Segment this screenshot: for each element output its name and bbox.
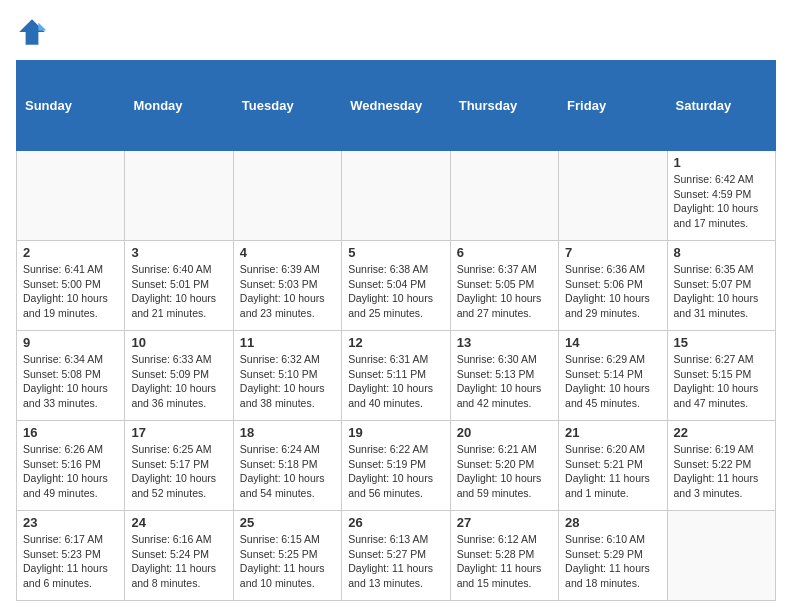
day-info: Sunrise: 6:22 AM Sunset: 5:19 PM Dayligh… xyxy=(348,442,443,501)
calendar-cell: 1Sunrise: 6:42 AM Sunset: 4:59 PM Daylig… xyxy=(667,151,775,241)
day-info: Sunrise: 6:40 AM Sunset: 5:01 PM Dayligh… xyxy=(131,262,226,321)
day-info: Sunrise: 6:29 AM Sunset: 5:14 PM Dayligh… xyxy=(565,352,660,411)
day-number: 22 xyxy=(674,425,769,440)
calendar-cell: 21Sunrise: 6:20 AM Sunset: 5:21 PM Dayli… xyxy=(559,421,667,511)
calendar-cell xyxy=(667,511,775,601)
day-number: 3 xyxy=(131,245,226,260)
calendar-cell: 12Sunrise: 6:31 AM Sunset: 5:11 PM Dayli… xyxy=(342,331,450,421)
day-info: Sunrise: 6:27 AM Sunset: 5:15 PM Dayligh… xyxy=(674,352,769,411)
calendar-cell: 10Sunrise: 6:33 AM Sunset: 5:09 PM Dayli… xyxy=(125,331,233,421)
day-info: Sunrise: 6:33 AM Sunset: 5:09 PM Dayligh… xyxy=(131,352,226,411)
calendar-week-row: 1Sunrise: 6:42 AM Sunset: 4:59 PM Daylig… xyxy=(17,151,776,241)
calendar-cell: 27Sunrise: 6:12 AM Sunset: 5:28 PM Dayli… xyxy=(450,511,558,601)
day-info: Sunrise: 6:34 AM Sunset: 5:08 PM Dayligh… xyxy=(23,352,118,411)
day-info: Sunrise: 6:36 AM Sunset: 5:06 PM Dayligh… xyxy=(565,262,660,321)
weekday-header: Tuesday xyxy=(233,61,341,151)
calendar-cell: 9Sunrise: 6:34 AM Sunset: 5:08 PM Daylig… xyxy=(17,331,125,421)
logo-icon xyxy=(16,16,48,48)
calendar-header-row: SundayMondayTuesdayWednesdayThursdayFrid… xyxy=(17,61,776,151)
day-number: 17 xyxy=(131,425,226,440)
day-info: Sunrise: 6:31 AM Sunset: 5:11 PM Dayligh… xyxy=(348,352,443,411)
day-info: Sunrise: 6:20 AM Sunset: 5:21 PM Dayligh… xyxy=(565,442,660,501)
calendar-week-row: 23Sunrise: 6:17 AM Sunset: 5:23 PM Dayli… xyxy=(17,511,776,601)
calendar-cell: 20Sunrise: 6:21 AM Sunset: 5:20 PM Dayli… xyxy=(450,421,558,511)
calendar-week-row: 16Sunrise: 6:26 AM Sunset: 5:16 PM Dayli… xyxy=(17,421,776,511)
day-number: 9 xyxy=(23,335,118,350)
day-info: Sunrise: 6:24 AM Sunset: 5:18 PM Dayligh… xyxy=(240,442,335,501)
calendar-table: SundayMondayTuesdayWednesdayThursdayFrid… xyxy=(16,60,776,601)
calendar-cell: 14Sunrise: 6:29 AM Sunset: 5:14 PM Dayli… xyxy=(559,331,667,421)
calendar-cell xyxy=(559,151,667,241)
day-info: Sunrise: 6:38 AM Sunset: 5:04 PM Dayligh… xyxy=(348,262,443,321)
calendar-cell: 18Sunrise: 6:24 AM Sunset: 5:18 PM Dayli… xyxy=(233,421,341,511)
calendar-cell: 11Sunrise: 6:32 AM Sunset: 5:10 PM Dayli… xyxy=(233,331,341,421)
calendar-cell: 6Sunrise: 6:37 AM Sunset: 5:05 PM Daylig… xyxy=(450,241,558,331)
day-number: 25 xyxy=(240,515,335,530)
calendar-cell: 23Sunrise: 6:17 AM Sunset: 5:23 PM Dayli… xyxy=(17,511,125,601)
calendar-cell: 3Sunrise: 6:40 AM Sunset: 5:01 PM Daylig… xyxy=(125,241,233,331)
calendar-cell: 26Sunrise: 6:13 AM Sunset: 5:27 PM Dayli… xyxy=(342,511,450,601)
day-info: Sunrise: 6:12 AM Sunset: 5:28 PM Dayligh… xyxy=(457,532,552,591)
weekday-header: Monday xyxy=(125,61,233,151)
day-number: 6 xyxy=(457,245,552,260)
calendar-cell: 16Sunrise: 6:26 AM Sunset: 5:16 PM Dayli… xyxy=(17,421,125,511)
weekday-header: Sunday xyxy=(17,61,125,151)
day-info: Sunrise: 6:15 AM Sunset: 5:25 PM Dayligh… xyxy=(240,532,335,591)
weekday-header: Thursday xyxy=(450,61,558,151)
weekday-header: Friday xyxy=(559,61,667,151)
calendar-cell: 4Sunrise: 6:39 AM Sunset: 5:03 PM Daylig… xyxy=(233,241,341,331)
day-info: Sunrise: 6:17 AM Sunset: 5:23 PM Dayligh… xyxy=(23,532,118,591)
calendar-cell xyxy=(17,151,125,241)
day-number: 23 xyxy=(23,515,118,530)
day-number: 19 xyxy=(348,425,443,440)
day-number: 5 xyxy=(348,245,443,260)
calendar-cell xyxy=(450,151,558,241)
day-info: Sunrise: 6:37 AM Sunset: 5:05 PM Dayligh… xyxy=(457,262,552,321)
calendar-cell xyxy=(342,151,450,241)
logo xyxy=(16,16,52,48)
calendar-cell: 17Sunrise: 6:25 AM Sunset: 5:17 PM Dayli… xyxy=(125,421,233,511)
day-number: 24 xyxy=(131,515,226,530)
day-info: Sunrise: 6:16 AM Sunset: 5:24 PM Dayligh… xyxy=(131,532,226,591)
calendar-cell: 22Sunrise: 6:19 AM Sunset: 5:22 PM Dayli… xyxy=(667,421,775,511)
calendar-week-row: 2Sunrise: 6:41 AM Sunset: 5:00 PM Daylig… xyxy=(17,241,776,331)
day-number: 21 xyxy=(565,425,660,440)
weekday-header: Wednesday xyxy=(342,61,450,151)
calendar-cell xyxy=(233,151,341,241)
calendar-cell: 25Sunrise: 6:15 AM Sunset: 5:25 PM Dayli… xyxy=(233,511,341,601)
day-number: 26 xyxy=(348,515,443,530)
calendar-cell: 8Sunrise: 6:35 AM Sunset: 5:07 PM Daylig… xyxy=(667,241,775,331)
day-number: 2 xyxy=(23,245,118,260)
day-info: Sunrise: 6:39 AM Sunset: 5:03 PM Dayligh… xyxy=(240,262,335,321)
day-number: 8 xyxy=(674,245,769,260)
day-number: 28 xyxy=(565,515,660,530)
calendar-cell: 5Sunrise: 6:38 AM Sunset: 5:04 PM Daylig… xyxy=(342,241,450,331)
day-number: 20 xyxy=(457,425,552,440)
day-info: Sunrise: 6:30 AM Sunset: 5:13 PM Dayligh… xyxy=(457,352,552,411)
day-info: Sunrise: 6:41 AM Sunset: 5:00 PM Dayligh… xyxy=(23,262,118,321)
day-number: 16 xyxy=(23,425,118,440)
calendar-cell: 28Sunrise: 6:10 AM Sunset: 5:29 PM Dayli… xyxy=(559,511,667,601)
day-info: Sunrise: 6:25 AM Sunset: 5:17 PM Dayligh… xyxy=(131,442,226,501)
day-number: 7 xyxy=(565,245,660,260)
day-number: 13 xyxy=(457,335,552,350)
day-number: 27 xyxy=(457,515,552,530)
svg-marker-1 xyxy=(38,22,46,30)
day-info: Sunrise: 6:13 AM Sunset: 5:27 PM Dayligh… xyxy=(348,532,443,591)
day-info: Sunrise: 6:21 AM Sunset: 5:20 PM Dayligh… xyxy=(457,442,552,501)
day-info: Sunrise: 6:42 AM Sunset: 4:59 PM Dayligh… xyxy=(674,172,769,231)
page-header xyxy=(16,16,776,48)
calendar-cell xyxy=(125,151,233,241)
calendar-cell: 15Sunrise: 6:27 AM Sunset: 5:15 PM Dayli… xyxy=(667,331,775,421)
calendar-cell: 24Sunrise: 6:16 AM Sunset: 5:24 PM Dayli… xyxy=(125,511,233,601)
day-number: 14 xyxy=(565,335,660,350)
svg-marker-0 xyxy=(19,19,45,45)
day-number: 4 xyxy=(240,245,335,260)
day-number: 15 xyxy=(674,335,769,350)
weekday-header: Saturday xyxy=(667,61,775,151)
calendar-cell: 13Sunrise: 6:30 AM Sunset: 5:13 PM Dayli… xyxy=(450,331,558,421)
day-info: Sunrise: 6:32 AM Sunset: 5:10 PM Dayligh… xyxy=(240,352,335,411)
day-number: 11 xyxy=(240,335,335,350)
day-number: 12 xyxy=(348,335,443,350)
day-info: Sunrise: 6:19 AM Sunset: 5:22 PM Dayligh… xyxy=(674,442,769,501)
